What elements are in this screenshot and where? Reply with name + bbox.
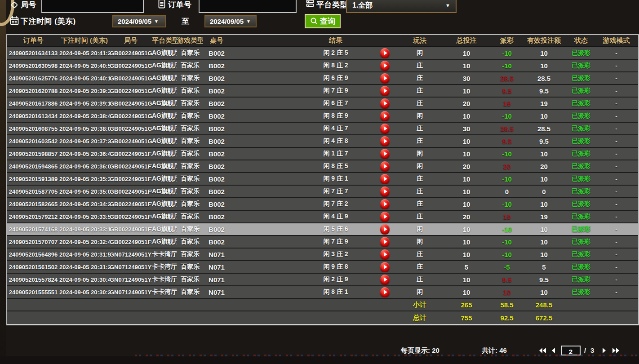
replay-play-icon[interactable] [380,199,390,209]
result-cell: 闲 6 庄 7 [302,99,369,107]
query-button[interactable]: 查询 [305,14,341,28]
order-input[interactable] [199,0,297,13]
play-type-cell: 庄 [400,263,439,271]
table-row[interactable]: 240905201613434 2024-09-05 20:38:41 GB00… [7,110,638,123]
chevron-down-icon: ▼ [154,19,159,24]
replay-play-icon[interactable] [380,73,390,84]
replay-play-icon[interactable] [380,149,390,159]
replay-play-icon[interactable] [380,212,390,222]
bet-time-cell: 2024-09-05 20:38:05 [59,125,110,132]
platform-cell: AG旗舰厅 [152,200,177,208]
date-from-picker[interactable]: 2024/09/05 ▼ [112,15,166,27]
valid-bet-cell: 10 [520,251,568,258]
replay-play-icon[interactable] [380,124,390,134]
table-row[interactable]: 240905201582665 2024-09-05 20:34:26 GB00… [7,198,638,211]
replay-play-icon[interactable] [380,86,390,96]
table-row[interactable]: 240905201603542 2024-09-05 20:37:21 GB00… [7,135,638,148]
order-id-cell: 240905201564896 [7,251,59,258]
platform-cell: AG旗舰厅 [152,74,177,82]
table-row[interactable]: 240905201594865 2024-09-05 20:36:09 GB00… [7,160,638,173]
replay-play-icon[interactable] [380,262,390,272]
valid-bet-cell: 10 [520,200,568,208]
table-no-cell: B002 [203,75,230,82]
bet-time-cell: 2024-09-05 20:39:15 [59,100,110,107]
game-type-cell: 百家乐 [177,200,203,208]
status-badge: 已派彩 [568,49,595,57]
play-type-cell: 庄 [400,213,439,221]
calendar-icon [9,16,19,26]
play-type-cell: 庄 [400,187,439,195]
table-row[interactable]: 240905201555551 2024-09-05 20:30:25 GN07… [7,286,638,299]
replay-play-icon[interactable] [380,237,390,247]
bet-time-label: 下注时间 (美东) [21,16,76,27]
bet-time-cell: 2024-09-05 20:35:37 [59,176,110,182]
total-bet-cell: 10 [439,49,493,57]
replay-play-icon[interactable] [380,174,390,184]
total-count-label: 共计: 46 [482,346,507,355]
replay-play-icon[interactable] [380,136,390,146]
play-type-cell: 庄 [400,99,439,107]
filter-bar: 局号 订单号 平台类型 1.全部 ▼ 下注时间 (美东) 2024/09/05 … [0,0,639,35]
game-type-cell: 百家乐 [177,175,203,183]
table-row[interactable]: 240905201598857 2024-09-05 20:36:41 GB00… [7,148,638,160]
order-list-icon [157,0,166,9]
table-row[interactable]: 240905201557824 2024-09-05 20:30:48 GN07… [7,274,638,286]
table-row[interactable]: 240905201630598 2024-09-05 20:40:56 GB00… [7,60,638,72]
bet-time-cell: 2024-09-05 20:41:24 [59,50,110,57]
first-page-button[interactable] [537,346,547,355]
replay-play-icon[interactable] [380,48,390,58]
order-id-cell: 240905201594865 [7,163,59,170]
bet-time-cell: 2024-09-05 20:32:43 [59,239,110,245]
replay-play-icon[interactable] [380,98,390,109]
valid-bet-cell: 10 [520,62,568,70]
play-type-cell: 闲 [400,238,439,246]
total-pages: 3 [590,346,594,354]
replay-cell [369,237,400,247]
last-page-button[interactable] [611,346,621,355]
table-no-cell: B002 [203,213,230,221]
chevron-down-icon: ▼ [445,3,450,8]
replay-play-icon[interactable] [380,249,390,260]
replay-play-icon[interactable] [380,275,390,285]
replay-play-icon[interactable] [380,111,390,121]
result-cell: 闲 7 庄 7 [302,187,369,195]
bet-time-cell: 2024-09-05 20:38:41 [59,113,110,120]
date-to-picker[interactable]: 2024/09/05 ▼ [204,15,257,27]
table-row[interactable]: 240905201617886 2024-09-05 20:39:15 GB00… [7,98,638,110]
platform-cell: AG旗舰厅 [152,213,177,221]
platform-select[interactable]: 1.全部 ▼ [346,0,457,13]
current-page-input[interactable]: 2 [561,346,581,355]
total-bet-cell: 10 [439,175,493,183]
table-row[interactable]: 240905201564896 2024-09-05 20:31:52 GN07… [7,249,638,261]
table-row[interactable]: 240905201561502 2024-09-05 20:31:21 GN07… [7,261,638,274]
total-bet-cell: 10 [439,138,493,145]
platform-icon [306,0,315,8]
platform-label: 平台类型 [316,0,348,10]
replay-play-icon[interactable] [380,61,390,71]
next-page-button[interactable] [599,346,609,355]
table-row[interactable]: 240905201620788 2024-09-05 20:39:39 GB00… [7,85,638,98]
table-row[interactable]: 240905201574168 2024-09-05 20:33:14 GB00… [7,223,638,236]
table-row[interactable]: 240905201579212 2024-09-05 20:33:56 GB00… [7,211,638,223]
table-row[interactable]: 240905201587705 2024-09-05 20:35:06 GB00… [7,186,638,198]
replay-play-icon[interactable] [380,287,390,297]
replay-cell [369,61,400,71]
replay-cell [369,98,400,109]
replay-play-icon[interactable] [380,186,390,197]
bet-time-cell: 2024-09-05 20:31:21 [59,264,110,271]
bet-time-cell: 2024-09-05 20:34:26 [59,201,110,208]
subtotal-payout: 58.5 [493,301,520,309]
round-input[interactable] [41,0,144,13]
table-row[interactable]: 240905201591389 2024-09-05 20:35:37 GB00… [7,173,638,186]
subtotal-valid-bet: 248.5 [520,301,568,309]
replay-play-icon[interactable] [380,224,390,235]
prev-page-button[interactable] [548,346,558,355]
table-row[interactable]: 240905201625776 2024-09-05 20:40:18 GB00… [7,72,638,85]
order-id-cell: 240905201617886 [7,100,59,107]
replay-play-icon[interactable] [380,161,390,172]
table-row[interactable]: 240905201570707 2024-09-05 20:32:43 GB00… [7,236,638,249]
table-row[interactable]: 240905201634133 2024-09-05 20:41:24 GB00… [7,47,638,60]
table-row[interactable]: 240905201608755 2024-09-05 20:38:05 GB00… [7,123,638,135]
subtotal-label: 小计 [400,301,439,309]
replay-cell [369,136,400,146]
